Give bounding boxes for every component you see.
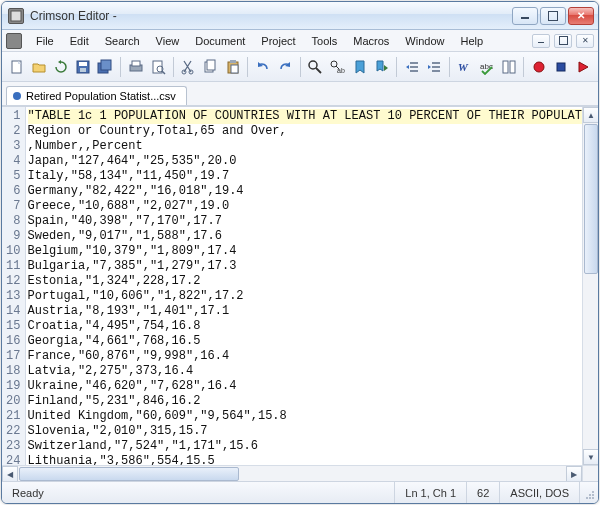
menu-file[interactable]: File (28, 33, 62, 49)
record-macro-icon (531, 59, 547, 75)
text-editor[interactable]: 1234567891011121314151617181920212223242… (2, 107, 582, 465)
menu-window[interactable]: Window (397, 33, 452, 49)
menu-view[interactable]: View (148, 33, 188, 49)
copy-button[interactable] (200, 56, 221, 78)
code-line[interactable]: Switzerland,"7,524","1,171",15.6 (28, 439, 583, 454)
code-line[interactable]: Ukraine,"46,620","7,628",16.4 (28, 379, 583, 394)
paste-icon (225, 59, 241, 75)
code-line[interactable]: Finland,"5,231",846,16.2 (28, 394, 583, 409)
code-line[interactable]: Region or Country,Total,65 and Over, (28, 124, 583, 139)
resize-grip-icon[interactable] (580, 482, 598, 503)
redo-button[interactable] (274, 56, 295, 78)
code-line[interactable]: Georgia,"4,661",768,16.5 (28, 334, 583, 349)
spell-check-button[interactable]: abc (476, 56, 497, 78)
find-button[interactable] (305, 56, 326, 78)
line-number: 17 (2, 349, 21, 364)
scroll-down-icon[interactable]: ▼ (583, 449, 598, 465)
scroll-right-icon[interactable]: ▶ (566, 466, 582, 481)
system-menu-icon[interactable] (6, 33, 22, 49)
code-line[interactable]: Belgium,"10,379","1,809",17.4 (28, 244, 583, 259)
find-replace-button[interactable]: ab (327, 56, 348, 78)
bookmark-next-button[interactable] (371, 56, 392, 78)
code-line[interactable]: "TABLE 1c 1 POPULATION OF COUNTRIES WITH… (28, 109, 583, 124)
menu-tools[interactable]: Tools (304, 33, 346, 49)
menu-project[interactable]: Project (253, 33, 303, 49)
code-line[interactable]: Italy,"58,134","11,450",19.7 (28, 169, 583, 184)
record-macro-button[interactable] (528, 56, 549, 78)
svg-rect-8 (132, 61, 140, 66)
print-preview-button[interactable] (147, 56, 168, 78)
code-line[interactable]: Bulgaria,"7,385","1,279",17.3 (28, 259, 583, 274)
scrollbar-corner (582, 465, 598, 481)
svg-rect-18 (231, 65, 238, 73)
code-line[interactable]: Lithuania,"3,586",554,15.5 (28, 454, 583, 465)
statusbar: Ready Ln 1, Ch 1 62 ASCII, DOS (2, 481, 598, 503)
status-cursor-position: Ln 1, Ch 1 (395, 482, 467, 503)
print-button[interactable] (125, 56, 146, 78)
vertical-scroll-thumb[interactable] (584, 124, 598, 274)
menu-help[interactable]: Help (452, 33, 491, 49)
code-line[interactable]: Croatia,"4,495",754,16.8 (28, 319, 583, 334)
find-icon (307, 59, 323, 75)
mdi-close-button[interactable] (576, 34, 594, 48)
document-tab[interactable]: Retired Population Statist...csv (6, 86, 187, 105)
copy-icon (202, 59, 218, 75)
mdi-restore-button[interactable] (554, 34, 572, 48)
menu-edit[interactable]: Edit (62, 33, 97, 49)
bookmark-button[interactable] (349, 56, 370, 78)
horizontal-scroll-thumb[interactable] (19, 467, 239, 481)
line-number: 13 (2, 289, 21, 304)
line-number: 24 (2, 454, 21, 465)
line-number: 23 (2, 439, 21, 454)
code-line[interactable]: Slovenia,"2,010",315,15.7 (28, 424, 583, 439)
code-line[interactable]: United Kingdom,"60,609","9,564",15.8 (28, 409, 583, 424)
horizontal-scrollbar[interactable]: ◀ ▶ (2, 465, 582, 481)
scroll-up-icon[interactable]: ▲ (583, 107, 598, 123)
bookmark-next-icon (374, 59, 390, 75)
code-content[interactable]: "TABLE 1c 1 POPULATION OF COUNTRIES WITH… (26, 107, 583, 465)
line-number: 6 (2, 184, 21, 199)
code-line[interactable]: France,"60,876","9,998",16.4 (28, 349, 583, 364)
toolbar: abWabc (2, 52, 598, 82)
new-file-button[interactable] (6, 56, 27, 78)
maximize-button[interactable] (540, 7, 566, 25)
toolbar-separator (120, 57, 121, 77)
paste-button[interactable] (222, 56, 243, 78)
toolbar-separator (247, 57, 248, 77)
save-all-button[interactable] (95, 56, 116, 78)
close-button[interactable] (568, 7, 594, 25)
titlebar[interactable]: Crimson Editor - (2, 2, 598, 30)
mdi-minimize-button[interactable] (532, 34, 550, 48)
line-number: 2 (2, 124, 21, 139)
save-button[interactable] (73, 56, 94, 78)
code-line[interactable]: Germany,"82,422","16,018",19.4 (28, 184, 583, 199)
svg-rect-35 (592, 491, 594, 493)
columns-button[interactable] (498, 56, 519, 78)
code-line[interactable]: ,Number,,Percent (28, 139, 583, 154)
play-macro-button[interactable] (573, 56, 594, 78)
undo-button[interactable] (252, 56, 273, 78)
indent-button[interactable] (424, 56, 445, 78)
minimize-button[interactable] (512, 7, 538, 25)
menu-search[interactable]: Search (97, 33, 148, 49)
code-line[interactable]: Spain,"40,398","7,170",17.7 (28, 214, 583, 229)
vertical-scrollbar[interactable]: ▲ ▼ (582, 107, 598, 465)
code-line[interactable]: Greece,"10,688","2,027",19.0 (28, 199, 583, 214)
code-line[interactable]: Portugal,"10,606","1,822",17.2 (28, 289, 583, 304)
stop-macro-button[interactable] (551, 56, 572, 78)
svg-text:abc: abc (480, 62, 493, 71)
reload-button[interactable] (50, 56, 71, 78)
code-line[interactable]: Sweden,"9,017","1,588",17.6 (28, 229, 583, 244)
word-wrap-button[interactable]: W (454, 56, 475, 78)
code-line[interactable]: Estonia,"1,324",228,17.2 (28, 274, 583, 289)
code-line[interactable]: Latvia,"2,275",373,16.4 (28, 364, 583, 379)
open-file-button[interactable] (28, 56, 49, 78)
code-line[interactable]: Japan,"127,464","25,535",20.0 (28, 154, 583, 169)
outdent-button[interactable] (401, 56, 422, 78)
code-line[interactable]: Austria,"8,193","1,401",17.1 (28, 304, 583, 319)
cut-button[interactable] (177, 56, 198, 78)
scroll-left-icon[interactable]: ◀ (2, 466, 18, 481)
menu-macros[interactable]: Macros (345, 33, 397, 49)
menu-document[interactable]: Document (187, 33, 253, 49)
line-number: 22 (2, 424, 21, 439)
